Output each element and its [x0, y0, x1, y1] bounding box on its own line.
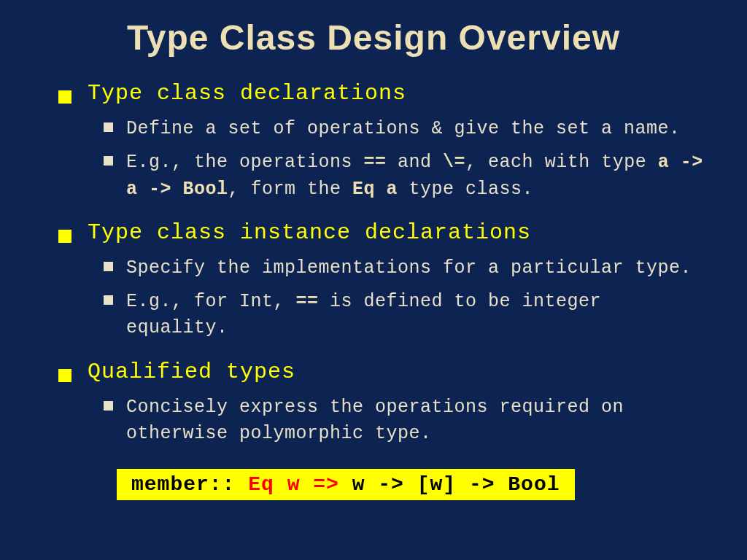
list-item: Specify the implementations for a partic…	[104, 255, 703, 281]
item-text: E.g., the operations == and \=, each wit…	[126, 149, 703, 203]
section-qualified-types: Qualified types Concisely express the op…	[44, 359, 703, 448]
code-example-box: member:: Eq w => w -> [w] -> Bool	[117, 469, 575, 500]
bullet-icon	[104, 122, 113, 132]
code-class: Eq a	[352, 179, 398, 200]
list-item: Concisely express the operations require…	[104, 394, 703, 448]
list-item: E.g., the operations == and \=, each wit…	[104, 149, 703, 203]
subitems: Concisely express the operations require…	[58, 394, 703, 448]
bullet-icon	[58, 369, 71, 382]
item-text: Concisely express the operations require…	[126, 394, 703, 448]
section-head: Qualified types	[58, 359, 703, 384]
bullet-icon	[58, 90, 71, 104]
section-head: Type class instance declarations	[58, 220, 703, 245]
section-head: Type class declarations	[58, 81, 703, 106]
code-fragment: member::	[131, 473, 248, 496]
bullet-icon	[58, 230, 71, 243]
subitems: Define a set of operations & give the se…	[58, 116, 703, 203]
slide: Type Class Design Overview Type class de…	[0, 0, 747, 560]
bullet-icon	[104, 262, 113, 271]
text-fragment: E.g., for Int,	[126, 291, 296, 312]
item-text: Define a set of operations & give the se…	[126, 116, 681, 142]
subitems: Specify the implementations for a partic…	[58, 255, 703, 342]
text-fragment: , each with type	[465, 152, 658, 173]
bullet-icon	[104, 295, 113, 305]
code-operator: \=	[443, 152, 465, 173]
section-type-class-declarations: Type class declarations Define a set of …	[44, 81, 703, 203]
section-instance-declarations: Type class instance declarations Specify…	[44, 220, 703, 342]
code-operator: ==	[364, 152, 387, 173]
list-item: Define a set of operations & give the se…	[104, 116, 703, 142]
section-heading: Type class instance declarations	[88, 220, 531, 245]
section-heading: Qualified types	[88, 359, 295, 384]
bullet-icon	[104, 156, 113, 166]
slide-title: Type Class Design Overview	[44, 18, 703, 58]
item-text: E.g., for Int, == is defined to be integ…	[126, 289, 703, 342]
code-fragment: w -> [w] -> Bool	[339, 473, 560, 496]
code-operator: ==	[296, 291, 319, 312]
item-text: Specify the implementations for a partic…	[126, 255, 692, 281]
text-fragment: and	[387, 152, 444, 173]
text-fragment: E.g., the operations	[126, 152, 364, 173]
list-item: E.g., for Int, == is defined to be integ…	[104, 289, 703, 342]
text-fragment: type class.	[398, 179, 533, 200]
section-heading: Type class declarations	[88, 81, 406, 106]
text-fragment: , form the	[228, 179, 353, 200]
code-constraint: Eq w =>	[248, 473, 339, 496]
bullet-icon	[104, 401, 113, 411]
